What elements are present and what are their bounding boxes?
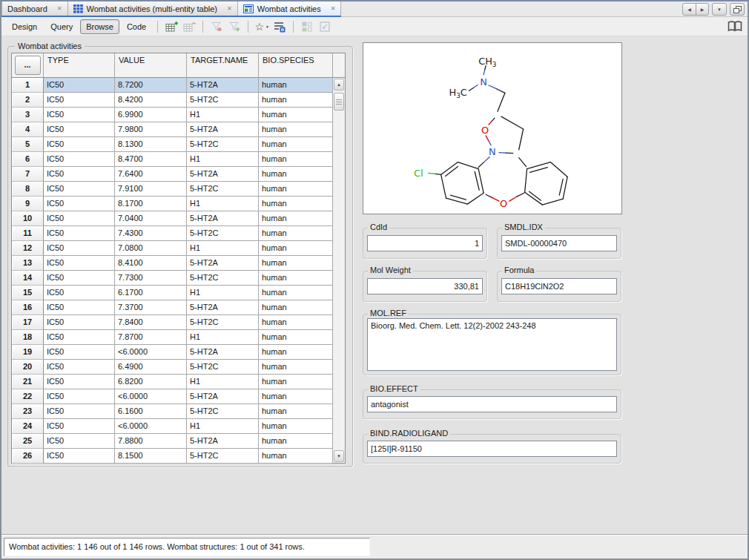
cell-target-name[interactable]: H1 <box>187 330 259 345</box>
cell-target-name[interactable]: 5-HT2A <box>187 167 259 182</box>
column-header-type[interactable]: TYPE <box>44 53 115 78</box>
cell-bio-species[interactable]: human <box>259 256 333 271</box>
cell-target-name[interactable]: 5-HT2A <box>187 345 259 360</box>
cell-value[interactable]: 6.4900 <box>115 360 187 375</box>
smdl-idx-input[interactable] <box>501 235 617 251</box>
cell-value[interactable]: <6.0000 <box>115 419 187 434</box>
cell-bio-species[interactable]: human <box>259 271 333 286</box>
cell-value[interactable]: 7.6400 <box>115 167 187 182</box>
row-number-cell[interactable]: 21 <box>12 375 44 389</box>
cell-target-name[interactable]: H1 <box>187 197 259 211</box>
tab-list-dropdown-button[interactable]: ▼ <box>712 3 727 16</box>
cell-value[interactable]: 6.1700 <box>115 286 187 300</box>
row-number-cell[interactable]: 20 <box>12 360 44 375</box>
cell-bio-species[interactable]: human <box>259 330 333 345</box>
cell-type[interactable]: IC50 <box>44 78 115 93</box>
row-number-cell[interactable]: 14 <box>12 271 44 286</box>
cell-bio-species[interactable]: human <box>259 389 333 404</box>
cell-target-name[interactable]: 5-HT2A <box>187 122 259 137</box>
cell-target-name[interactable]: H1 <box>187 241 259 256</box>
cell-target-name[interactable]: 5-HT2C <box>187 449 259 464</box>
cell-target-name[interactable]: H1 <box>187 108 259 122</box>
table-row[interactable]: 18 IC50 7.8700 H1 human <box>12 330 345 345</box>
cell-value[interactable]: 7.8700 <box>115 330 187 345</box>
row-number-cell[interactable]: 9 <box>12 197 44 211</box>
cell-bio-species[interactable]: human <box>259 404 333 419</box>
table-row[interactable]: 4 IC50 7.9800 5-HT2A human <box>12 122 345 137</box>
cell-bio-species[interactable]: human <box>259 182 333 197</box>
cell-value[interactable]: 8.1700 <box>115 197 187 211</box>
code-mode-button[interactable]: Code <box>121 19 152 34</box>
cell-target-name[interactable]: 5-HT2A <box>187 78 259 93</box>
row-number-cell[interactable]: 3 <box>12 108 44 122</box>
row-number-cell[interactable]: 25 <box>12 434 44 449</box>
cell-target-name[interactable]: 5-HT2C <box>187 137 259 152</box>
scroll-tabs-right-button[interactable]: ▶ <box>696 4 708 15</box>
cell-type[interactable]: IC50 <box>44 108 115 122</box>
table-row[interactable]: 9 IC50 8.1700 H1 human <box>12 197 345 211</box>
widgets-layout-button[interactable] <box>299 19 315 34</box>
cell-bio-species[interactable]: human <box>259 360 333 375</box>
cell-target-name[interactable]: 5-HT2C <box>187 404 259 419</box>
cell-type[interactable]: IC50 <box>44 271 115 286</box>
cell-target-name[interactable]: 5-HT2A <box>187 211 259 226</box>
table-row[interactable]: 22 IC50 <6.0000 5-HT2A human <box>12 389 345 404</box>
table-row[interactable]: 8 IC50 7.9100 5-HT2C human <box>12 182 345 197</box>
table-row[interactable]: 14 IC50 7.7300 5-HT2C human <box>12 271 345 286</box>
cell-value[interactable]: 7.9800 <box>115 122 187 137</box>
table-row[interactable]: 12 IC50 7.0800 H1 human <box>12 241 345 256</box>
cell-value[interactable]: 7.4300 <box>115 226 187 241</box>
cell-type[interactable]: IC50 <box>44 360 115 375</box>
add-row-button[interactable] <box>163 19 179 34</box>
cell-target-name[interactable]: 5-HT2C <box>187 315 259 330</box>
cell-bio-species[interactable]: human <box>259 241 333 256</box>
cell-type[interactable]: IC50 <box>44 389 115 404</box>
cell-target-name[interactable]: 5-HT2A <box>187 434 259 449</box>
cell-bio-species[interactable]: human <box>259 286 333 300</box>
cell-bio-species[interactable]: human <box>259 315 333 330</box>
cell-bio-species[interactable]: human <box>259 449 333 464</box>
cell-type[interactable]: IC50 <box>44 404 115 419</box>
tab-wombat-activities[interactable]: Wombat activities ✕ <box>238 1 342 16</box>
row-number-cell[interactable]: 16 <box>12 300 44 315</box>
row-number-cell[interactable]: 5 <box>12 137 44 152</box>
row-number-cell[interactable]: 12 <box>12 241 44 256</box>
table-row[interactable]: 1 IC50 8.7200 5-HT2A human <box>12 78 345 93</box>
cell-bio-species[interactable]: human <box>259 197 333 211</box>
cell-value[interactable]: 8.4100 <box>115 256 187 271</box>
row-number-cell[interactable]: 1 <box>12 78 44 93</box>
table-row[interactable]: 7 IC50 7.6400 5-HT2A human <box>12 167 345 182</box>
cell-type[interactable]: IC50 <box>44 182 115 197</box>
row-number-cell[interactable]: 8 <box>12 182 44 197</box>
cell-target-name[interactable]: H1 <box>187 152 259 167</box>
add-filter-button[interactable] <box>226 19 242 34</box>
cell-value[interactable]: 8.4200 <box>115 93 187 108</box>
scroll-up-button[interactable]: ▲ <box>334 79 344 90</box>
cell-value[interactable]: 7.9100 <box>115 182 187 197</box>
cell-value[interactable]: 8.1500 <box>115 449 187 464</box>
table-row[interactable]: 24 IC50 <6.0000 H1 human <box>12 419 345 434</box>
mol-ref-textarea[interactable]: Bioorg. Med. Chem. Lett. 12(2)-2002 243-… <box>367 318 617 371</box>
cell-value[interactable]: 8.7200 <box>115 78 187 93</box>
cell-type[interactable]: IC50 <box>44 167 115 182</box>
cell-type[interactable]: IC50 <box>44 286 115 300</box>
cell-value[interactable]: 8.4700 <box>115 152 187 167</box>
cell-target-name[interactable]: 5-HT2C <box>187 226 259 241</box>
scroll-down-button[interactable]: ▼ <box>334 450 344 462</box>
row-number-cell[interactable]: 4 <box>12 122 44 137</box>
table-row[interactable]: 20 IC50 6.4900 5-HT2C human <box>12 360 345 375</box>
scrollbar-thumb[interactable] <box>334 93 344 111</box>
cell-bio-species[interactable]: human <box>259 345 333 360</box>
close-icon[interactable]: ✕ <box>57 6 62 12</box>
fit-to-window-button[interactable] <box>317 19 333 34</box>
cell-target-name[interactable]: H1 <box>187 419 259 434</box>
row-number-cell[interactable]: 13 <box>12 256 44 271</box>
cell-value[interactable]: <6.0000 <box>115 389 187 404</box>
delete-row-button[interactable] <box>181 19 197 34</box>
cell-bio-species[interactable]: human <box>259 167 333 182</box>
table-row[interactable]: 21 IC50 6.8200 H1 human <box>12 375 345 389</box>
cell-bio-species[interactable]: human <box>259 137 333 152</box>
cell-type[interactable]: IC50 <box>44 300 115 315</box>
cell-value[interactable]: 6.9900 <box>115 108 187 122</box>
cell-bio-species[interactable]: human <box>259 211 333 226</box>
